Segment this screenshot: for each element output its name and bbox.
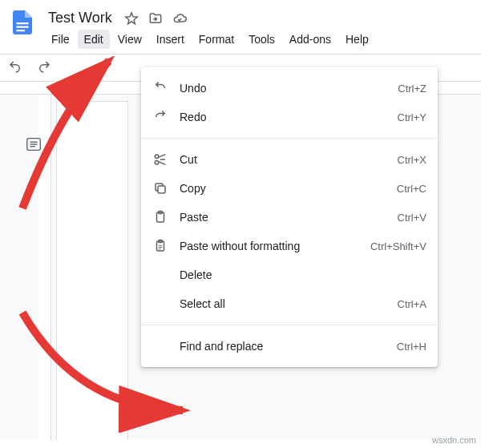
- menu-file[interactable]: File: [45, 30, 76, 49]
- svg-point-7: [155, 155, 159, 159]
- menu-copy[interactable]: Copy Ctrl+C: [141, 174, 438, 203]
- move-folder-icon[interactable]: [148, 10, 164, 26]
- menu-cut[interactable]: Cut Ctrl+X: [141, 145, 438, 174]
- menu-help[interactable]: Help: [339, 30, 375, 49]
- menu-insert[interactable]: Insert: [150, 30, 191, 49]
- svg-rect-0: [17, 22, 29, 24]
- menu-select-all-shortcut: Ctrl+A: [398, 298, 426, 310]
- menu-copy-label: Copy: [180, 182, 386, 195]
- docs-app-icon[interactable]: [6, 6, 38, 38]
- menubar: File Edit View Insert Format Tools Add-o…: [45, 28, 475, 54]
- menu-paste[interactable]: Paste Ctrl+V: [141, 203, 438, 232]
- copy-icon: [152, 180, 168, 196]
- menu-select-all-label: Select all: [180, 297, 386, 310]
- paste-icon: [152, 209, 168, 225]
- svg-rect-9: [158, 186, 165, 193]
- menu-tools[interactable]: Tools: [242, 30, 281, 49]
- svg-rect-2: [17, 30, 26, 31]
- menu-paste-plain-label: Paste without formatting: [180, 240, 359, 252]
- redo-icon: [152, 109, 168, 125]
- menu-copy-shortcut: Ctrl+C: [397, 183, 426, 195]
- menu-find-replace-label: Find and replace: [180, 340, 386, 353]
- menu-undo[interactable]: Undo Ctrl+Z: [141, 74, 438, 103]
- menu-delete[interactable]: Delete: [141, 260, 438, 289]
- menu-separator: [141, 138, 438, 139]
- menu-format[interactable]: Format: [192, 30, 240, 49]
- doc-title[interactable]: Test Work: [45, 8, 115, 28]
- menu-cut-shortcut: Ctrl+X: [398, 154, 426, 166]
- cut-icon: [152, 151, 168, 167]
- star-icon[interactable]: [123, 10, 139, 26]
- menu-paste-plain-shortcut: Ctrl+Shift+V: [370, 240, 426, 252]
- paste-plain-icon: [152, 238, 168, 254]
- watermark: wsxdn.com: [432, 435, 476, 445]
- menu-redo[interactable]: Redo Ctrl+Y: [141, 103, 438, 131]
- svg-point-8: [155, 161, 159, 165]
- menu-redo-shortcut: Ctrl+Y: [398, 111, 426, 123]
- menu-view[interactable]: View: [111, 30, 148, 49]
- annotation-arrow-bottom: [14, 305, 199, 433]
- annotation-arrow-top: [14, 56, 127, 216]
- menu-redo-label: Redo: [180, 111, 386, 123]
- blank-icon: [152, 267, 168, 283]
- app-header: Test Work File Edit View Insert Format T…: [0, 0, 481, 54]
- cloud-status-icon[interactable]: [172, 10, 188, 26]
- menu-edit[interactable]: Edit: [78, 30, 110, 49]
- svg-rect-1: [17, 26, 29, 28]
- menu-paste-shortcut: Ctrl+V: [398, 212, 426, 224]
- menu-undo-label: Undo: [180, 82, 386, 95]
- menu-undo-shortcut: Ctrl+Z: [398, 83, 426, 95]
- menu-find-replace-shortcut: Ctrl+H: [397, 341, 426, 353]
- menu-cut-label: Cut: [180, 153, 386, 166]
- menu-paste-label: Paste: [180, 211, 386, 224]
- menu-delete-label: Delete: [180, 268, 415, 281]
- menu-paste-plain[interactable]: Paste without formatting Ctrl+Shift+V: [141, 232, 438, 260]
- menu-addons[interactable]: Add-ons: [283, 30, 338, 49]
- undo-icon: [152, 80, 168, 96]
